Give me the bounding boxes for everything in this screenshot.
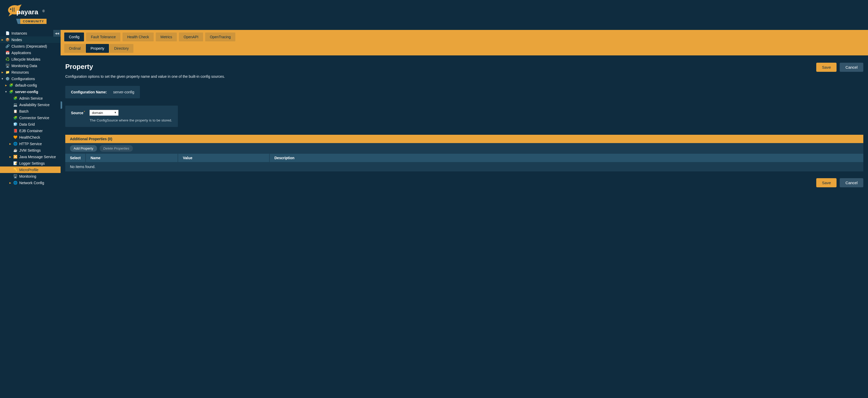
chevron-down-icon: ▼ bbox=[1, 78, 4, 80]
edition-label: COMMUNITY bbox=[20, 19, 46, 24]
save-button-top[interactable]: Save bbox=[816, 63, 837, 72]
header: payara ® COMMUNITY bbox=[0, 0, 868, 30]
source-select[interactable]: domain bbox=[89, 110, 119, 116]
chevron-double-left-icon: ◀◀ bbox=[55, 32, 59, 35]
sidebar-item-label: server-config bbox=[15, 90, 38, 94]
required-mark: * bbox=[84, 111, 85, 114]
svg-text:payara: payara bbox=[17, 8, 38, 16]
sidebar-item-label: Applications bbox=[11, 51, 31, 55]
sidebar-item-connector-service[interactable]: ▶🧩Connector Service bbox=[0, 115, 61, 121]
primary-tab-config[interactable]: Config bbox=[64, 32, 84, 41]
sidebar-item-java-message-service[interactable]: ▶🔀Java Message Service bbox=[0, 153, 61, 160]
chevron-down-icon: ▼ bbox=[5, 91, 7, 93]
sidebar-item-availability-service[interactable]: ▶💻Availability Service bbox=[0, 101, 61, 108]
tree-node-icon: 🌐 bbox=[13, 181, 18, 185]
config-name-value: server-config bbox=[113, 90, 134, 94]
sidebar-item-nodes[interactable]: ▶📦Nodes bbox=[0, 36, 61, 43]
sidebar-item-label: HTTP Service bbox=[19, 142, 42, 146]
tree-node-icon: 🌐 bbox=[13, 142, 18, 146]
sidebar-item-default-config[interactable]: ▶🧩default-config bbox=[0, 82, 61, 88]
sidebar-item-ejb-container[interactable]: ▶📕EJB Container bbox=[0, 127, 61, 134]
tree-node-icon: 🧩 bbox=[13, 96, 18, 100]
primary-tab-fault-tolerance[interactable]: Fault Tolerance bbox=[86, 32, 120, 41]
secondary-tab-directory[interactable]: Directory bbox=[110, 44, 133, 53]
sidebar-item-configurations[interactable]: ▼⚙️Configurations bbox=[0, 75, 61, 82]
cancel-button-bottom[interactable]: Cancel bbox=[840, 178, 863, 187]
sidebar-item-monitoring-data[interactable]: ▶🖥️Monitoring Data bbox=[0, 62, 61, 69]
tree-node-icon: 📋 bbox=[13, 109, 18, 114]
sidebar-resize-handle[interactable] bbox=[61, 101, 62, 109]
sidebar-item-admin-service[interactable]: ▶🧩Admin Service bbox=[0, 95, 61, 101]
sidebar-item-monitoring[interactable]: ▶🖥️Monitoring bbox=[0, 173, 61, 180]
tree-node-icon: 🔗 bbox=[5, 44, 10, 49]
sidebar-item-batch[interactable]: ▶📋Batch bbox=[0, 108, 61, 115]
sidebar-item-label: Logger Settings bbox=[19, 161, 45, 165]
properties-table-toolbar: Add Property Delete Properties bbox=[65, 143, 863, 154]
tree-node-icon: ⚙️ bbox=[5, 77, 10, 81]
sidebar-item-http-service[interactable]: ▶🌐HTTP Service bbox=[0, 141, 61, 147]
chevron-right-icon: ▶ bbox=[9, 143, 11, 145]
primary-tab-opentracing[interactable]: OpenTracing bbox=[205, 32, 235, 41]
sidebar-item-server-config[interactable]: ▼🧩server-config bbox=[0, 88, 61, 95]
primary-tab-metrics[interactable]: Metrics bbox=[156, 32, 177, 41]
community-badge: COMMUNITY bbox=[16, 19, 46, 24]
sidebar-item-resources[interactable]: ▶📁Resources bbox=[0, 69, 61, 75]
sidebar-item-label: Clusters (Deprecated) bbox=[11, 44, 47, 49]
secondary-tab-ordinal[interactable]: Ordinal bbox=[64, 44, 85, 53]
sidebar-item-data-grid[interactable]: ▶🧊Data Grid bbox=[0, 121, 61, 127]
sidebar-item-label: Instances bbox=[11, 31, 27, 35]
col-select[interactable]: Select bbox=[65, 154, 86, 162]
properties-table-heading: Additional Properties (0) bbox=[65, 135, 863, 143]
col-description[interactable]: Description bbox=[270, 154, 863, 162]
sidebar-item-clusters-deprecated-[interactable]: ▶🔗Clusters (Deprecated) bbox=[0, 43, 61, 50]
sidebar-item-label: Admin Service bbox=[19, 96, 43, 100]
primary-tab-openapi[interactable]: OpenAPI bbox=[179, 32, 203, 41]
tree-node-icon: 🧩 bbox=[13, 116, 18, 120]
add-property-button[interactable]: Add Property bbox=[70, 145, 97, 152]
chevron-right-icon: ▶ bbox=[1, 38, 4, 41]
sidebar-collapse-toggle[interactable]: ◀◀ bbox=[53, 30, 61, 37]
secondary-tabs: OrdinalPropertyDirectory bbox=[64, 44, 864, 53]
sidebar-item-instances[interactable]: ▶📄Instances bbox=[0, 30, 61, 36]
properties-table: Select Name Value Description No items f… bbox=[65, 154, 863, 172]
sidebar-item-label: Connector Service bbox=[19, 116, 49, 120]
tree-node-icon: 🧩 bbox=[9, 83, 13, 87]
sidebar-item-label: EJB Container bbox=[19, 129, 43, 133]
save-button-bottom[interactable]: Save bbox=[816, 178, 837, 187]
tree-node-icon: 🧩 bbox=[9, 90, 13, 94]
configuration-name-block: Configuration Name: server-config bbox=[65, 86, 140, 98]
sidebar-item-logger-settings[interactable]: ▶📝Logger Settings bbox=[0, 160, 61, 166]
sidebar-item-healthcheck[interactable]: ▶🧡HealthCheck bbox=[0, 134, 61, 141]
tree-node-icon: 📁 bbox=[5, 70, 10, 74]
source-block: Source* domain The ConfigSource where th… bbox=[65, 105, 178, 127]
sidebar-item-label: Configurations bbox=[11, 77, 35, 81]
secondary-tab-property[interactable]: Property bbox=[86, 44, 109, 53]
sidebar-item-network-config[interactable]: ▶🌐Network Config bbox=[0, 180, 61, 186]
sidebar-item-label: Monitoring bbox=[19, 174, 36, 179]
page-description: Configuration options to set the given p… bbox=[65, 74, 863, 79]
tree-node-icon: 🔀 bbox=[13, 155, 18, 159]
config-name-label: Configuration Name: bbox=[71, 90, 107, 94]
tab-bar: ConfigFault ToleranceHealth CheckMetrics… bbox=[61, 30, 868, 55]
sidebar-item-applications[interactable]: ▶📅Applications bbox=[0, 50, 61, 56]
primary-tab-health-check[interactable]: Health Check bbox=[122, 32, 154, 41]
tree-node-icon: 🖥️ bbox=[13, 174, 18, 179]
chevron-right-icon: ▶ bbox=[5, 84, 7, 87]
tree-node-icon: ☕ bbox=[13, 148, 18, 152]
primary-tabs: ConfigFault ToleranceHealth CheckMetrics… bbox=[64, 32, 864, 41]
tree-node-icon: 📕 bbox=[13, 129, 18, 133]
col-name[interactable]: Name bbox=[86, 154, 178, 162]
sidebar-item-label: default-config bbox=[15, 83, 37, 87]
cancel-button-top[interactable]: Cancel bbox=[840, 63, 863, 72]
sidebar-item-label: Batch bbox=[19, 109, 29, 114]
sidebar-item-label: JVM Settings bbox=[19, 148, 40, 152]
sidebar-item-lifecycle-modules[interactable]: ▶♻️Lifecycle Modules bbox=[0, 56, 61, 62]
chevron-right-icon: ▶ bbox=[1, 71, 4, 73]
sidebar-item-jvm-settings[interactable]: ▶☕JVM Settings bbox=[0, 147, 61, 153]
tree-node-icon: 💻 bbox=[13, 103, 18, 107]
tree-node-icon: ♻️ bbox=[5, 57, 10, 61]
sidebar-item-microprofile[interactable]: ▶〽️MicroProfile bbox=[0, 166, 61, 173]
tree-node-icon: 📝 bbox=[13, 161, 18, 165]
payara-logo: payara bbox=[6, 4, 45, 19]
col-value[interactable]: Value bbox=[178, 154, 270, 162]
